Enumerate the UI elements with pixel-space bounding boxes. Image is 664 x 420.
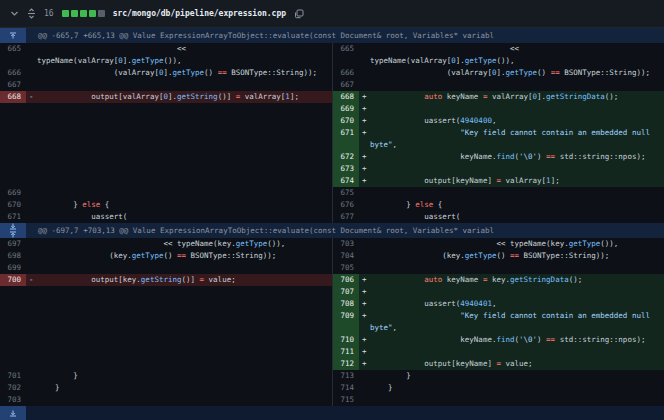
old-line-665: 665 << typeName(valArray[0].getType()), bbox=[0, 43, 332, 67]
hunk-header-row: @@ -665,7 +665,13 @@ Value ExpressionArr… bbox=[0, 28, 664, 43]
line-number[interactable]: 670 bbox=[0, 199, 26, 211]
diff-marker bbox=[26, 238, 37, 250]
line-number[interactable]: 665 bbox=[0, 43, 26, 67]
filler-line bbox=[0, 334, 332, 346]
changed-lines-count: 16 bbox=[44, 9, 54, 18]
line-number[interactable]: 668 bbox=[333, 91, 359, 103]
diff-marker bbox=[359, 211, 370, 223]
line-number[interactable]: 697 bbox=[0, 238, 26, 250]
filler-line bbox=[0, 127, 332, 151]
new-line-710: 710+ keyName.find('\0') == std::string::… bbox=[332, 334, 664, 346]
hunk-header-text: @@ -697,7 +703,13 @@ Value ExpressionArr… bbox=[26, 223, 494, 238]
diff-row: 710+ keyName.find('\0') == std::string::… bbox=[0, 334, 664, 346]
new-line-676: 676 } else { bbox=[332, 199, 664, 211]
filler-line bbox=[0, 115, 332, 127]
diff-marker bbox=[26, 370, 37, 382]
diffstat-square-add bbox=[62, 10, 69, 17]
line-number[interactable]: 669 bbox=[333, 103, 359, 115]
new-line-706: 706+ auto keyName = key.getStringData(); bbox=[332, 274, 664, 286]
expand-both-button[interactable] bbox=[0, 223, 26, 238]
line-number[interactable]: 665 bbox=[333, 43, 359, 67]
line-number[interactable]: 666 bbox=[333, 67, 359, 79]
code-text: << typeName(valArray[0].getType()), bbox=[370, 43, 664, 67]
old-line-669: 669 bbox=[0, 187, 332, 199]
new-line-707: 707+ bbox=[332, 286, 664, 298]
copy-icon[interactable] bbox=[294, 9, 304, 19]
line-number[interactable]: 669 bbox=[0, 187, 26, 199]
diff-row: 712+ output[keyName] = value; bbox=[0, 358, 664, 370]
line-number[interactable]: 703 bbox=[333, 238, 359, 250]
line-number[interactable]: 675 bbox=[333, 187, 359, 199]
filler-line bbox=[0, 175, 332, 187]
line-number[interactable]: 672 bbox=[333, 151, 359, 163]
line-number[interactable]: 700 bbox=[0, 274, 26, 286]
new-line-703: 703 << typeName(key.getType()), bbox=[332, 238, 664, 250]
new-line-665: 665 << typeName(valArray[0].getType()), bbox=[332, 43, 664, 67]
line-number[interactable]: 671 bbox=[333, 127, 359, 151]
diffstat-square-add bbox=[80, 10, 87, 17]
new-line-675: 675 bbox=[332, 187, 664, 199]
line-number[interactable]: 699 bbox=[0, 262, 26, 274]
old-line-699: 699 bbox=[0, 262, 332, 274]
code-text: (valArray[0].getType() == BSONType::Stri… bbox=[37, 67, 332, 79]
line-number[interactable]: 676 bbox=[333, 199, 359, 211]
line-number[interactable]: 705 bbox=[333, 262, 359, 274]
code-text bbox=[37, 262, 332, 274]
new-line-667: 667 bbox=[332, 79, 664, 91]
line-number[interactable]: 667 bbox=[333, 79, 359, 91]
code-text: } bbox=[37, 370, 332, 382]
diff-marker bbox=[359, 394, 370, 406]
line-number[interactable]: 712 bbox=[333, 358, 359, 370]
hunk-header-text: @@ -665,7 +665,13 @@ Value ExpressionArr… bbox=[26, 28, 494, 43]
line-number[interactable]: 667 bbox=[0, 79, 26, 91]
new-line-715: 715 bbox=[332, 394, 664, 406]
line-number[interactable]: 704 bbox=[333, 250, 359, 262]
expand-bar bbox=[0, 406, 664, 420]
code-text bbox=[37, 187, 332, 199]
code-text: keyName.find('\0') == std::string::npos)… bbox=[370, 151, 664, 163]
line-number[interactable]: 713 bbox=[333, 370, 359, 382]
code-text: auto keyName = valArray[0].getStringData… bbox=[370, 91, 664, 103]
code-text: << typeName(valArray[0].getType()), bbox=[37, 43, 332, 67]
line-number[interactable]: 710 bbox=[333, 334, 359, 346]
line-number[interactable]: 708 bbox=[333, 298, 359, 310]
code-text: auto keyName = key.getStringData(); bbox=[370, 274, 664, 286]
diff-marker: + bbox=[359, 274, 370, 286]
filler-line bbox=[0, 346, 332, 358]
diff-marker bbox=[359, 250, 370, 262]
line-number[interactable]: 702 bbox=[0, 382, 26, 394]
filler-line bbox=[0, 298, 332, 310]
line-number[interactable]: 677 bbox=[333, 211, 359, 223]
old-line-667: 667 bbox=[0, 79, 332, 91]
line-number[interactable]: 709 bbox=[333, 310, 359, 334]
code-text: "Key field cannot contain an embedded nu… bbox=[370, 127, 664, 151]
expand-down-button[interactable] bbox=[0, 406, 26, 420]
chevron-down-icon[interactable] bbox=[10, 9, 19, 18]
diff-row: 701 }713 } bbox=[0, 370, 664, 382]
line-number[interactable]: 671 bbox=[0, 211, 26, 223]
old-line-698: 698 (key.getType() == BSONType::String))… bbox=[0, 250, 332, 262]
line-number[interactable]: 673 bbox=[333, 163, 359, 175]
line-number[interactable]: 668 bbox=[0, 91, 26, 103]
line-number[interactable]: 714 bbox=[333, 382, 359, 394]
line-number[interactable]: 715 bbox=[333, 394, 359, 406]
code-text bbox=[37, 79, 332, 91]
unfold-all-icon[interactable] bbox=[27, 8, 36, 19]
line-number[interactable]: 706 bbox=[333, 274, 359, 286]
file-path: src/mongo/db/pipeline/expression.cpp bbox=[113, 9, 286, 18]
line-number[interactable]: 711 bbox=[333, 346, 359, 358]
filler-line bbox=[0, 286, 332, 298]
new-line-671: 671+ "Key field cannot contain an embedd… bbox=[332, 127, 664, 151]
expand-up-button[interactable] bbox=[0, 28, 26, 43]
line-number[interactable]: 698 bbox=[0, 250, 26, 262]
new-line-705: 705 bbox=[332, 262, 664, 274]
code-text bbox=[370, 187, 664, 199]
line-number[interactable]: 701 bbox=[0, 370, 26, 382]
line-number[interactable]: 670 bbox=[333, 115, 359, 127]
line-number[interactable]: 707 bbox=[333, 286, 359, 298]
code-text: } else { bbox=[370, 199, 664, 211]
line-number[interactable]: 674 bbox=[333, 175, 359, 187]
line-number[interactable]: 703 bbox=[0, 394, 26, 406]
code-text bbox=[370, 262, 664, 274]
line-number[interactable]: 666 bbox=[0, 67, 26, 79]
